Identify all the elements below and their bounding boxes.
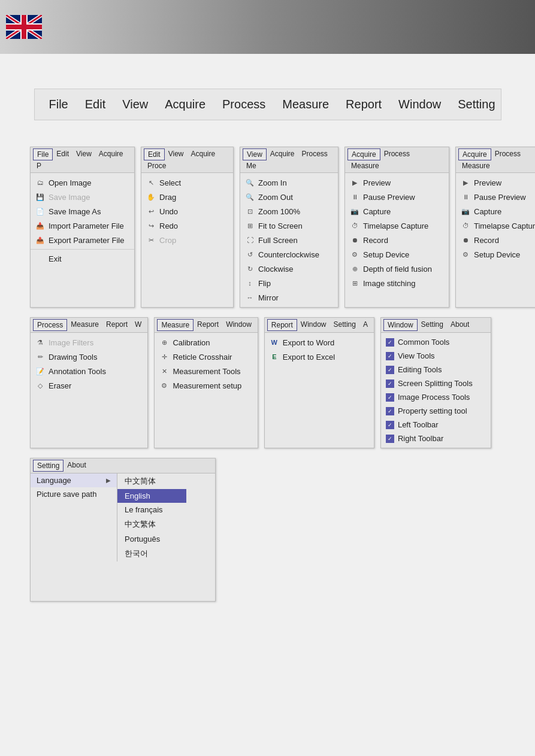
lang-french[interactable]: Le français <box>117 503 186 517</box>
measure-header-measure[interactable]: Measure <box>157 319 194 331</box>
view-header-process[interactable]: Process <box>298 148 331 160</box>
measure-setup[interactable]: ⚙ Measurement setup <box>155 378 257 393</box>
lang-chinese-traditional[interactable]: 中文繁体 <box>117 517 186 532</box>
edit-header-edit[interactable]: Edit <box>144 148 165 160</box>
window-property-tool[interactable]: ✓ Property setting tool <box>381 404 491 418</box>
acquire-preview[interactable]: ▶ Preview <box>345 175 449 190</box>
menu-measure[interactable]: Measure <box>280 96 331 113</box>
measure-header-report[interactable]: Report <box>194 319 222 331</box>
view-fit-screen[interactable]: ⊞ Fit to Screen <box>240 218 338 233</box>
report-header-report[interactable]: Report <box>267 319 297 331</box>
view-counterclockwise[interactable]: ↺ Counterclockwise <box>240 247 338 262</box>
window-screen-splitting[interactable]: ✓ Screen Splitting Tools <box>381 377 491 390</box>
setting-picture-save-path[interactable]: Picture save path <box>31 487 117 501</box>
acquire-timelapse[interactable]: ⏱ Timelapse Capture <box>345 218 449 233</box>
file-export-param[interactable]: 📤 Export Parameter File <box>31 233 134 247</box>
edit-header-acquire[interactable]: Acquire <box>187 148 219 160</box>
report-header-window[interactable]: Window <box>297 319 330 331</box>
report-export-excel[interactable]: E Export to Excel <box>265 350 374 364</box>
acquire2-header-process[interactable]: Process <box>491 148 524 160</box>
window-header-window[interactable]: Window <box>383 319 418 331</box>
file-header-view[interactable]: View <box>72 148 95 160</box>
view-header-me[interactable]: Me <box>243 160 260 171</box>
acquire-capture[interactable]: 📷 Capture <box>345 204 449 218</box>
process-image-filters[interactable]: ⚗ Image Filters <box>31 335 147 350</box>
report-header-a[interactable]: A <box>359 319 371 331</box>
acquire2-capture[interactable]: 📷 Capture <box>456 204 535 218</box>
measure-calibration[interactable]: ⊕ Calibration <box>155 335 257 350</box>
acquire-header-measure[interactable]: Measure <box>347 160 383 171</box>
view-zoom-out[interactable]: 🔍 Zoom Out <box>240 190 338 204</box>
edit-undo[interactable]: ↩ Undo <box>141 204 233 218</box>
edit-header-proce[interactable]: Proce <box>144 160 170 171</box>
view-header-view[interactable]: View <box>243 148 267 160</box>
view-mirror[interactable]: ↔ Mirror <box>240 290 338 305</box>
menu-view[interactable]: View <box>120 96 150 113</box>
file-header-acquire[interactable]: Acquire <box>95 148 127 160</box>
report-header-setting[interactable]: Setting <box>330 319 359 331</box>
acquire2-pause-preview[interactable]: ⏸ Pause Preview <box>456 190 535 204</box>
edit-drag[interactable]: ✋ Drag <box>141 190 233 204</box>
menu-report[interactable]: Report <box>343 96 384 113</box>
acquire2-record[interactable]: ⏺ Record <box>456 233 535 247</box>
view-full-screen[interactable]: ⛶ Full Screen <box>240 233 338 247</box>
process-drawing-tools[interactable]: ✏ Drawing Tools <box>31 350 147 364</box>
view-zoom-100[interactable]: ⊡ Zoom 100% <box>240 204 338 218</box>
process-header-measure[interactable]: Measure <box>67 319 102 331</box>
window-common-tools[interactable]: ✓ Common Tools <box>381 335 491 349</box>
lang-chinese-simplified[interactable]: 中文简体 <box>117 473 186 489</box>
process-header-w[interactable]: W <box>131 319 145 331</box>
process-header-process[interactable]: Process <box>33 319 67 331</box>
window-header-setting[interactable]: Setting <box>418 319 447 331</box>
menu-setting[interactable]: Setting <box>455 96 497 113</box>
lang-portuguese[interactable]: Português <box>117 532 186 546</box>
edit-select[interactable]: ↖ Select <box>141 175 233 190</box>
report-export-word[interactable]: W Export to Word <box>265 335 374 350</box>
file-header-file[interactable]: File <box>33 148 53 160</box>
acquire-record[interactable]: ⏺ Record <box>345 233 449 247</box>
menu-acquire[interactable]: Acquire <box>162 96 208 113</box>
file-open-image[interactable]: 🗂 Open Image <box>31 175 134 190</box>
file-header-edit[interactable]: Edit <box>53 148 72 160</box>
window-editing-tools[interactable]: ✓ Editing Tools <box>381 363 491 377</box>
acquire-setup-device[interactable]: ⚙ Setup Device <box>345 247 449 262</box>
setting-header-about[interactable]: About <box>64 460 89 472</box>
window-right-toolbar[interactable]: ✓ Right Toolbar <box>381 432 491 445</box>
view-zoom-in[interactable]: 🔍 Zoom In <box>240 175 338 190</box>
measure-reticle[interactable]: ✛ Reticle Crosshair <box>155 350 257 364</box>
menu-process[interactable]: Process <box>220 96 268 113</box>
file-save-image-as[interactable]: 📄 Save Image As <box>31 204 134 218</box>
process-header-report[interactable]: Report <box>102 319 131 331</box>
view-flip[interactable]: ↕ Flip <box>240 276 338 290</box>
window-header-about[interactable]: About <box>447 319 473 331</box>
lang-english[interactable]: English <box>117 489 186 503</box>
menu-edit[interactable]: Edit <box>83 96 108 113</box>
acquire2-header-acquire[interactable]: Acquire <box>458 148 491 160</box>
window-image-process[interactable]: ✓ Image Process Tools <box>381 390 491 404</box>
lang-korean[interactable]: 한국어 <box>117 546 186 561</box>
acquire-stitch[interactable]: ⊞ Image stitching <box>345 276 449 290</box>
process-annotation-tools[interactable]: 📝 Annotation Tools <box>31 364 147 378</box>
menu-window[interactable]: Window <box>396 96 443 113</box>
edit-redo[interactable]: ↪ Redo <box>141 218 233 233</box>
menu-file[interactable]: File <box>47 96 71 113</box>
setting-header-setting[interactable]: Setting <box>33 460 64 472</box>
measure-tools[interactable]: ✕ Measurement Tools <box>155 364 257 378</box>
measure-header-window[interactable]: Window <box>222 319 255 331</box>
view-clockwise[interactable]: ↻ Clockwise <box>240 262 338 276</box>
file-exit[interactable]: Exit <box>31 251 134 266</box>
window-left-toolbar[interactable]: ✓ Left Toolbar <box>381 418 491 432</box>
view-header-acquire[interactable]: Acquire <box>267 148 298 160</box>
edit-crop[interactable]: ✂ Crop <box>141 233 233 247</box>
acquire2-header-measure[interactable]: Measure <box>458 160 494 171</box>
acquire-pause-preview[interactable]: ⏸ Pause Preview <box>345 190 449 204</box>
acquire-dof[interactable]: ⊕ Depth of field fusion <box>345 262 449 276</box>
acquire-header-process[interactable]: Process <box>380 148 413 160</box>
edit-header-view[interactable]: View <box>165 148 188 160</box>
acquire2-preview[interactable]: ▶ Preview <box>456 175 535 190</box>
acquire2-setup-device[interactable]: ⚙ Setup Device <box>456 247 535 262</box>
acquire-header-acquire[interactable]: Acquire <box>347 148 380 160</box>
process-eraser[interactable]: ◇ Eraser <box>31 378 147 393</box>
file-header-p[interactable]: P <box>33 160 45 171</box>
acquire2-timelapse[interactable]: ⏱ Timelapse Capture <box>456 218 535 233</box>
